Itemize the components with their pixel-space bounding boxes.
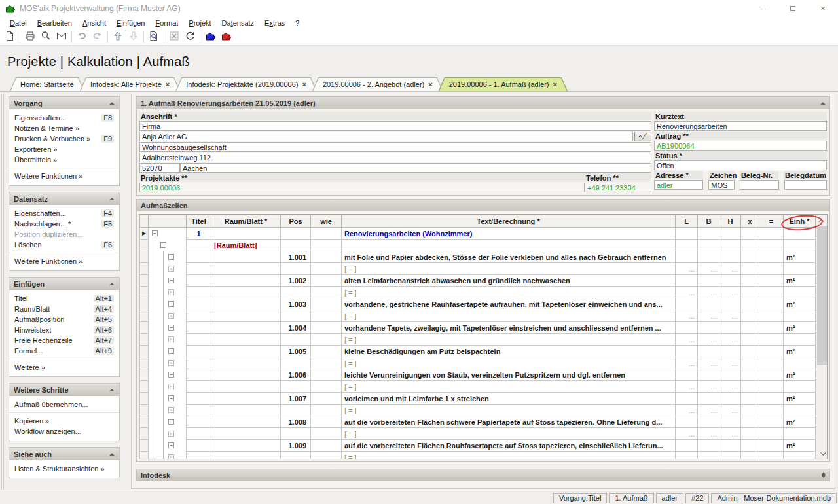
cell-equals[interactable] [759, 369, 784, 381]
minimize-icon[interactable]: – [748, 0, 778, 16]
cell-titel[interactable] [187, 428, 211, 440]
expand-chevron-icon[interactable]: » [168, 266, 174, 272]
cell-h[interactable] [720, 440, 741, 452]
cell-equals[interactable] [759, 228, 784, 240]
cell-titel[interactable] [187, 275, 211, 287]
cell-text-berechnung[interactable]: alten Leimfarbenanstrich abwaschen und g… [342, 275, 676, 287]
cell-l[interactable]: ... [676, 287, 698, 298]
cell-text-berechnung[interactable] [342, 240, 676, 251]
cell-equals[interactable] [759, 322, 784, 334]
cell-titel[interactable] [187, 381, 211, 393]
cell-pos[interactable] [281, 381, 311, 393]
sidebar-item-nachschlagen[interactable]: Nachschlagen... *F5 [9, 219, 119, 229]
cell-b[interactable] [698, 416, 720, 428]
print-button[interactable] [22, 30, 38, 45]
expand-chevron-icon[interactable]: » [168, 336, 174, 342]
cell-wie[interactable] [311, 405, 342, 416]
cell-raum-blatt[interactable] [211, 381, 281, 393]
sidebar-item-bermitteln[interactable]: Übermitteln » [9, 154, 119, 165]
sidebar-item-freie-rechenzeile[interactable]: Freie RechenzeileAlt+7 [9, 335, 119, 346]
cell-b[interactable] [698, 228, 720, 240]
cell-raum-blatt[interactable] [211, 416, 281, 428]
tab-infodesk-projektakte-2019-00006[interactable]: Infodesk: Projektakte (2019.00006)× [175, 77, 317, 91]
anschrift-line3-field[interactable]: Wohnungsbaugesellschaft [139, 142, 651, 152]
cell-text-berechnung[interactable]: vorhandene Tapete, zweilagig, mit Tapete… [342, 322, 676, 334]
sidebar-item-weitere[interactable]: Weitere » [9, 362, 119, 372]
cell-equals[interactable] [759, 251, 784, 263]
expand-chevron-icon[interactable]: » [168, 454, 174, 459]
grid-column-header-raum-blatt[interactable]: Raum/Blatt * [211, 215, 281, 228]
cell-b[interactable]: ... [698, 428, 720, 440]
row-tree-cell[interactable]: − [149, 298, 187, 310]
collapse-minus-icon[interactable]: − [168, 419, 174, 425]
cell-equals[interactable] [759, 416, 784, 428]
row-tree-cell[interactable]: − [149, 369, 187, 381]
cell-l[interactable] [676, 346, 698, 357]
cell-pos[interactable] [281, 263, 311, 275]
row-tree-cell[interactable]: » [149, 310, 187, 322]
cell-x[interactable] [741, 275, 759, 287]
menu-item-format[interactable]: Format [150, 18, 183, 28]
status-field[interactable]: Offen [654, 160, 827, 170]
cell-h[interactable] [720, 346, 741, 357]
row-selector-cell[interactable] [140, 428, 149, 440]
cell-h[interactable]: ... [720, 287, 741, 298]
cell-b[interactable]: ... [698, 287, 720, 298]
cell-einh[interactable]: m² [784, 369, 816, 381]
anschrift-line2-field[interactable]: Anja Adler AG [139, 132, 633, 141]
row-tree-cell[interactable]: − [149, 275, 187, 287]
sidebar-item-listen-strukturansichten[interactable]: Listen & Strukturansichten » [9, 463, 119, 474]
cell-b[interactable] [698, 369, 720, 381]
row-selector-cell[interactable] [140, 263, 149, 275]
row-tree-cell[interactable]: − [149, 228, 187, 240]
row-selector-cell[interactable]: ▶ [140, 228, 149, 240]
cell-equals[interactable] [759, 405, 784, 416]
cell-pos[interactable]: 1.008 [281, 416, 311, 428]
cell-l[interactable]: ... [676, 334, 698, 346]
redo-button[interactable] [90, 30, 105, 45]
cell-x[interactable] [741, 357, 759, 369]
menu-item-projekt[interactable]: Projekt [183, 18, 216, 28]
cell-b[interactable] [698, 346, 720, 357]
grid-column-header-pos[interactable]: Pos [281, 215, 311, 228]
cell-equals[interactable] [759, 357, 784, 369]
infodesk-panel[interactable]: Infodesk [136, 469, 830, 481]
cell-einh[interactable] [784, 405, 816, 416]
cell-raum-blatt[interactable] [211, 334, 281, 346]
cell-equals[interactable] [759, 310, 784, 322]
cell-l[interactable]: ... [676, 428, 698, 440]
close-icon[interactable]: × [808, 0, 838, 16]
cell-h[interactable] [720, 416, 741, 428]
cell-h[interactable]: ... [720, 334, 741, 346]
anschrift-line4-field[interactable]: Adalbertsteinweg 112 [139, 153, 651, 162]
cell-equals[interactable] [759, 381, 784, 393]
cell-b[interactable] [698, 393, 720, 405]
scrollbar-thumb[interactable] [817, 226, 827, 365]
cell-einh[interactable] [784, 452, 816, 460]
cell-text-berechnung[interactable]: [ = ] [342, 452, 676, 460]
cell-wie[interactable] [311, 428, 342, 440]
cell-x[interactable] [741, 452, 759, 460]
cell-einh[interactable]: m² [784, 440, 816, 452]
left-splitter[interactable] [1, 94, 4, 490]
cell-equals[interactable] [759, 275, 784, 287]
cell-wie[interactable] [311, 275, 342, 287]
scroll-down-icon[interactable] [816, 448, 828, 459]
cell-b[interactable] [698, 275, 720, 287]
move-up-button[interactable] [110, 30, 126, 45]
cell-text-berechnung[interactable]: vorhandene, gestrichene Rauhfasertapete … [342, 298, 676, 310]
cell-pos[interactable] [281, 287, 311, 298]
cell-equals[interactable] [759, 346, 784, 357]
sidebar-item-workflow-anzeigen[interactable]: Workflow anzeigen... [9, 426, 119, 437]
belegnr-field[interactable] [740, 180, 779, 190]
sidebar-item-kopieren[interactable]: Kopieren » [9, 416, 119, 426]
signature-button[interactable] [634, 132, 651, 141]
cell-l[interactable] [676, 440, 698, 452]
cell-x[interactable] [741, 251, 759, 263]
cell-wie[interactable] [311, 357, 342, 369]
collapse-section-icon[interactable] [109, 389, 115, 391]
row-selector-cell[interactable] [140, 287, 149, 298]
row-selector-cell[interactable] [140, 405, 149, 416]
row-tree-cell[interactable]: » [149, 357, 187, 369]
email-button[interactable] [54, 30, 69, 45]
